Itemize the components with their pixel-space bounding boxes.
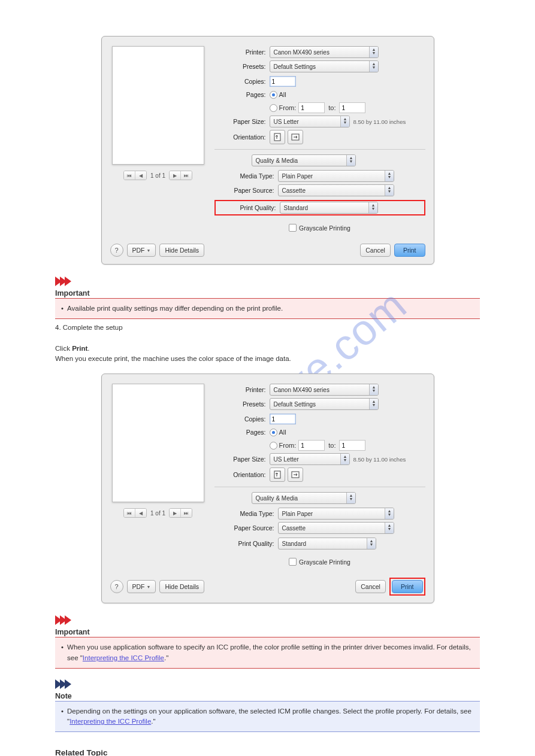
- copies-label: Copies:: [214, 78, 270, 85]
- print-dialog-2: ⏮ ◀ 1 of 1 ▶ ⏭ Printer: Canon MX490 seri…: [101, 374, 434, 603]
- papersize-dimensions: 8.50 by 11.00 inches: [353, 456, 406, 463]
- help-icon[interactable]: ?: [110, 244, 123, 257]
- cancel-button[interactable]: Cancel: [355, 580, 386, 593]
- pages-to-input[interactable]: [339, 440, 365, 451]
- pages-from-input[interactable]: [298, 102, 325, 113]
- pages-from-input[interactable]: [298, 440, 325, 451]
- pages-from-label: From:: [279, 104, 297, 111]
- papersize-select[interactable]: US Letter▲▼: [270, 453, 350, 465]
- pages-all-radio[interactable]: [270, 91, 277, 99]
- printquality-select[interactable]: Standard▲▼: [278, 538, 376, 549]
- preview-thumbnail: [112, 46, 204, 165]
- step-number: 4.: [55, 324, 61, 331]
- pdf-dropdown-button[interactable]: PDF: [127, 244, 156, 257]
- help-icon[interactable]: ?: [110, 580, 123, 593]
- mediatype-select[interactable]: Plain Paper▲▼: [278, 508, 394, 520]
- pages-label: Pages:: [214, 429, 270, 436]
- pages-all-radio[interactable]: [270, 429, 277, 436]
- presets-select[interactable]: Default Settings▲▼: [270, 398, 379, 410]
- page-indicator: 1 of 1: [150, 172, 165, 179]
- mediatype-select[interactable]: Plain Paper▲▼: [278, 170, 394, 182]
- pdf-dropdown-button[interactable]: PDF: [127, 580, 156, 593]
- print-dialog-1: ⏮ ◀ 1 of 1 ▶ ⏭ Printer: Canon MX490 seri…: [101, 36, 434, 265]
- step-detail-d: When you execute print, the machine uses…: [55, 355, 291, 362]
- pages-from-radio[interactable]: [270, 442, 277, 450]
- step-title: Complete the setup: [63, 324, 123, 331]
- grayscale-label: Grayscale Printing: [299, 558, 350, 566]
- papersize-label: Paper Size:: [214, 118, 270, 125]
- important-heading-2: Important: [55, 627, 480, 637]
- important2-text-b: .": [164, 654, 168, 661]
- copies-label: Copies:: [214, 415, 270, 423]
- nav-next-icon[interactable]: ▶: [170, 509, 181, 517]
- related-topic-heading: Related Topic: [55, 748, 480, 756]
- important-chevrons-icon: [55, 615, 480, 625]
- nav-next-icon[interactable]: ▶: [170, 171, 181, 180]
- preview-thumbnail: [112, 384, 204, 502]
- grayscale-checkbox[interactable]: [289, 224, 297, 232]
- orientation-label: Orientation:: [214, 133, 270, 141]
- pages-to-label: to:: [328, 442, 335, 449]
- note-heading: Note: [55, 691, 480, 701]
- pages-to-input[interactable]: [339, 102, 365, 113]
- printquality-label: Print Quality:: [214, 540, 278, 547]
- section-select[interactable]: Quality & Media▲▼: [252, 154, 356, 166]
- papersize-dimensions: 8.50 by 11.00 inches: [353, 119, 406, 125]
- important-chevrons-icon: [55, 277, 480, 286]
- step-detail-a: Click: [55, 345, 72, 352]
- svg-rect-2: [274, 471, 280, 478]
- pages-from-label: From:: [279, 442, 297, 449]
- papersize-select[interactable]: US Letter▲▼: [270, 116, 350, 127]
- presets-select[interactable]: Default Settings▲▼: [270, 60, 379, 72]
- pages-all-label: All: [279, 91, 286, 98]
- mediatype-label: Media Type:: [214, 510, 278, 517]
- orientation-portrait-icon[interactable]: [270, 467, 285, 482]
- nav-first-icon[interactable]: ⏮: [124, 171, 135, 180]
- pages-label: Pages:: [214, 91, 270, 98]
- nav-prev-icon[interactable]: ◀: [135, 171, 146, 180]
- nav-last-icon[interactable]: ⏭: [181, 171, 192, 180]
- pages-to-label: to:: [328, 104, 335, 111]
- papersource-label: Paper Source:: [214, 187, 278, 194]
- note-bullet1-b: .": [151, 718, 155, 725]
- cancel-button[interactable]: Cancel: [360, 244, 391, 257]
- note-chevrons-icon: [55, 679, 480, 689]
- print-button[interactable]: Print: [394, 244, 425, 257]
- papersize-label: Paper Size:: [214, 456, 270, 463]
- nav-prev-icon[interactable]: ◀: [135, 509, 146, 517]
- papersource-label: Paper Source:: [214, 524, 278, 532]
- important-body-1: Available print quality settings may dif…: [67, 303, 283, 314]
- orientation-landscape-icon[interactable]: [288, 467, 303, 482]
- svg-rect-0: [274, 133, 280, 141]
- note-bullet1-link[interactable]: Interpreting the ICC Profile: [69, 718, 151, 725]
- important2-link[interactable]: Interpreting the ICC Profile: [83, 654, 164, 661]
- grayscale-label: Grayscale Printing: [299, 224, 350, 232]
- hide-details-button[interactable]: Hide Details: [159, 244, 204, 257]
- printer-select[interactable]: Canon MX490 series▲▼: [270, 46, 379, 58]
- step-detail-c: .: [87, 345, 89, 352]
- presets-label: Presets:: [214, 400, 270, 408]
- mediatype-label: Media Type:: [214, 172, 278, 180]
- presets-label: Presets:: [214, 63, 270, 70]
- printer-label: Printer:: [214, 48, 270, 56]
- pages-from-radio[interactable]: [270, 104, 277, 112]
- print-button[interactable]: Print: [392, 580, 423, 593]
- orientation-landscape-icon[interactable]: [288, 130, 303, 144]
- nav-last-icon[interactable]: ⏭: [181, 509, 192, 517]
- page-indicator: 1 of 1: [150, 510, 165, 517]
- copies-input[interactable]: [270, 414, 296, 424]
- printer-label: Printer:: [214, 386, 270, 393]
- printquality-select[interactable]: Standard▲▼: [280, 202, 378, 214]
- nav-first-icon[interactable]: ⏮: [124, 509, 135, 517]
- orientation-portrait-icon[interactable]: [270, 130, 285, 144]
- section-select[interactable]: Quality & Media▲▼: [252, 492, 356, 504]
- papersource-select[interactable]: Cassette▲▼: [278, 522, 394, 534]
- copies-input[interactable]: [270, 76, 296, 87]
- orientation-label: Orientation:: [214, 471, 270, 478]
- grayscale-checkbox[interactable]: [289, 558, 297, 566]
- hide-details-button[interactable]: Hide Details: [159, 580, 204, 593]
- printer-select[interactable]: Canon MX490 series▲▼: [270, 384, 379, 396]
- printquality-label: Print Quality:: [216, 204, 280, 211]
- step-detail-b: Print: [72, 345, 87, 352]
- papersource-select[interactable]: Cassette▲▼: [278, 184, 394, 196]
